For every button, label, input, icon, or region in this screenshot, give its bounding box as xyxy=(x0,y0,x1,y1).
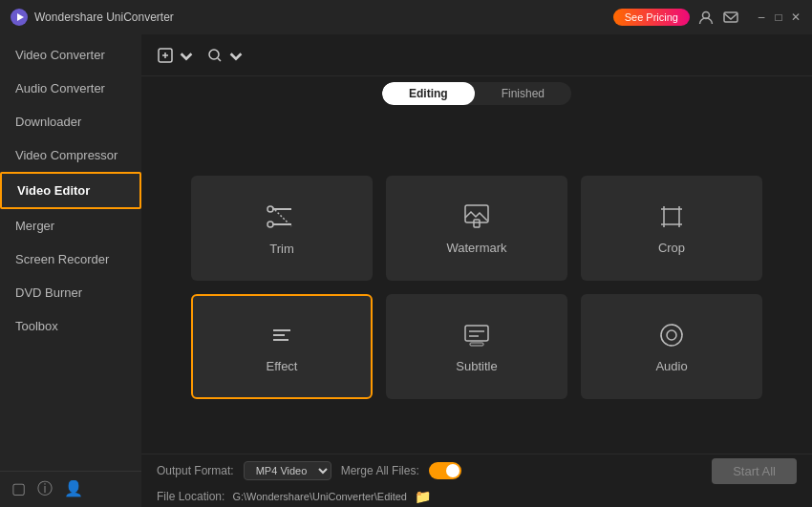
sidebar-item-video-converter[interactable]: Video Converter xyxy=(0,38,141,72)
file-path-text: G:\Wondershare\UniConverter\Edited xyxy=(232,491,407,502)
effect-icon xyxy=(266,319,298,351)
subtitle-label: Subtitle xyxy=(456,359,497,373)
chevron-down-icon2 xyxy=(227,47,245,64)
card-trim[interactable]: Trim xyxy=(191,176,373,281)
app-icon xyxy=(10,8,29,27)
maximize-button[interactable]: □ xyxy=(772,11,785,24)
main-layout: Video Converter Audio Converter Download… xyxy=(0,34,812,507)
sidebar: Video Converter Audio Converter Download… xyxy=(0,34,141,507)
help-icon[interactable]: ⓘ xyxy=(37,479,53,499)
sidebar-item-downloader[interactable]: Downloader xyxy=(0,105,141,138)
mail-icon[interactable] xyxy=(722,9,739,26)
start-all-button[interactable]: Start All xyxy=(712,458,797,484)
app-title: Wondershare UniConverter xyxy=(34,11,174,24)
minimize-button[interactable]: – xyxy=(755,11,768,24)
close-button[interactable]: ✕ xyxy=(789,11,802,24)
sidebar-bottom: ▢ ⓘ 👤 xyxy=(0,471,141,507)
svg-rect-3 xyxy=(724,12,737,22)
audio-label: Audio xyxy=(655,359,687,373)
folder-icon[interactable]: 📁 xyxy=(415,489,431,504)
add-file-button[interactable] xyxy=(157,47,195,64)
search-icon xyxy=(206,47,224,64)
footer: Output Format: MP4 Video Merge All Files… xyxy=(141,454,812,507)
sidebar-item-audio-converter[interactable]: Audio Converter xyxy=(0,72,141,105)
svg-point-22 xyxy=(667,330,676,340)
toolbar xyxy=(141,34,812,76)
sidebar-item-toolbox[interactable]: Toolbox xyxy=(0,309,141,343)
card-effect[interactable]: Effect xyxy=(191,294,373,399)
titlebar: Wondershare UniConverter See Pricing – □… xyxy=(0,0,812,34)
effect-label: Effect xyxy=(266,359,297,373)
footer-row-location: File Location: G:\Wondershare\UniConvert… xyxy=(157,489,797,504)
file-location-label: File Location: xyxy=(157,490,224,503)
audio-icon xyxy=(655,319,688,351)
card-crop[interactable]: Crop xyxy=(581,176,762,281)
cards-container: Trim Watermark xyxy=(191,176,762,399)
merge-toggle[interactable] xyxy=(429,462,461,479)
search-button[interactable] xyxy=(206,47,245,64)
titlebar-actions: See Pricing – □ ✕ xyxy=(613,9,802,26)
crop-icon xyxy=(655,201,688,233)
editor-grid: Trim Watermark xyxy=(141,111,812,454)
tabs-container: Editing Finished xyxy=(382,82,571,105)
account-icon[interactable]: 👤 xyxy=(64,479,83,499)
sidebar-item-merger[interactable]: Merger xyxy=(0,209,141,243)
see-pricing-button[interactable]: See Pricing xyxy=(613,9,690,26)
watermark-icon xyxy=(460,201,493,233)
trim-label: Trim xyxy=(269,242,294,256)
sidebar-item-screen-recorder[interactable]: Screen Recorder xyxy=(0,243,141,276)
card-subtitle[interactable]: Subtitle xyxy=(386,294,567,399)
svg-rect-13 xyxy=(664,209,679,224)
sidebar-item-video-editor[interactable]: Video Editor xyxy=(0,172,141,209)
content-area: Editing Finished xyxy=(141,34,812,507)
image-icon[interactable]: ▢ xyxy=(11,479,26,499)
add-file-icon xyxy=(157,47,174,64)
tab-finished[interactable]: Finished xyxy=(475,82,571,105)
crop-label: Crop xyxy=(658,241,685,255)
card-audio[interactable]: Audio xyxy=(581,294,762,399)
footer-row-format: Output Format: MP4 Video Merge All Files… xyxy=(157,458,797,484)
tab-editing[interactable]: Editing xyxy=(382,82,475,105)
svg-rect-12 xyxy=(474,220,480,227)
app-logo: Wondershare UniConverter xyxy=(10,8,174,27)
user-icon[interactable] xyxy=(697,9,715,26)
svg-rect-17 xyxy=(465,326,488,341)
output-format-select[interactable]: MP4 Video xyxy=(244,461,331,480)
window-controls: – □ ✕ xyxy=(755,11,802,24)
sidebar-item-video-compressor[interactable]: Video Compressor xyxy=(0,138,141,172)
watermark-label: Watermark xyxy=(446,241,506,255)
chevron-down-icon xyxy=(178,47,195,64)
output-format-label: Output Format: xyxy=(157,464,234,477)
merge-all-files-label: Merge All Files: xyxy=(341,464,419,477)
trim-icon xyxy=(265,200,299,234)
svg-point-5 xyxy=(209,50,219,59)
sidebar-item-dvd-burner[interactable]: DVD Burner xyxy=(0,276,141,309)
card-watermark[interactable]: Watermark xyxy=(386,176,567,281)
tabs-bar: Editing Finished xyxy=(141,76,812,111)
subtitle-icon xyxy=(460,319,493,351)
svg-rect-18 xyxy=(470,343,483,346)
